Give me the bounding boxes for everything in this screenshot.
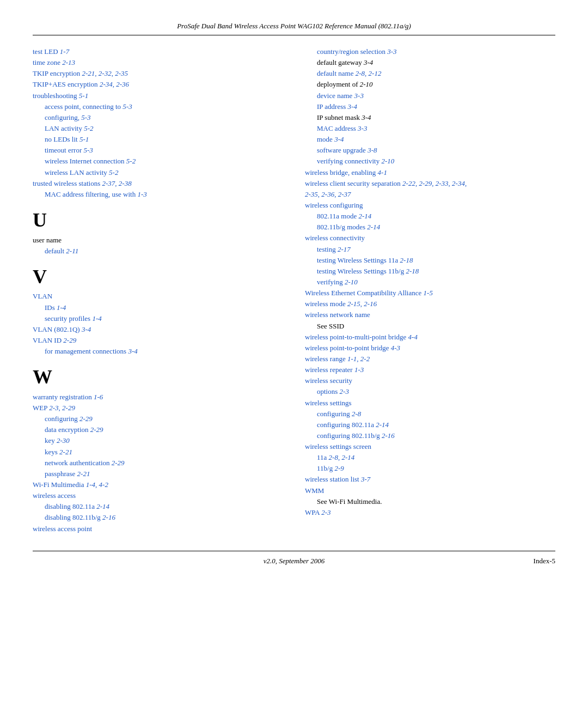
list-item: time zone 2-13 [33, 57, 283, 68]
list-item: TKIP encryption 2-21, 2-32, 2-35 [33, 68, 283, 79]
section-letter-u: U [33, 210, 283, 232]
list-item: wireless point-to-point bridge 4-3 [305, 343, 555, 354]
page-footer: v2.0, September 2006 Index-5 [33, 551, 555, 565]
list-item: wireless repeater 1-3 [305, 364, 555, 375]
list-item: wireless range 1-1, 2-2 [305, 354, 555, 364]
list-item: country/region selection 3-3 default gat… [305, 46, 555, 167]
list-item: wireless access point [33, 524, 283, 534]
list-item: wireless security options 2-3 [305, 375, 555, 397]
list-item: test LED 1-7 [33, 46, 283, 57]
left-column: test LED 1-7 time zone 2-13 TKIP encrypt… [33, 46, 283, 534]
list-item: Wi-Fi Multimedia 1-4, 4-2 [33, 479, 283, 490]
list-item: warranty registration 1-6 [33, 392, 283, 403]
list-item: wireless bridge, enabling 4-1 [305, 167, 555, 178]
right-column: country/region selection 3-3 default gat… [305, 46, 555, 534]
list-item: wireless station list 3-7 [305, 474, 555, 485]
list-item: wireless point-to-multi-point bridge 4-4 [305, 332, 555, 343]
list-item: wireless mode 2-15, 2-16 [305, 299, 555, 309]
list-item: troubleshooting 5-1 access point, connec… [33, 90, 283, 178]
list-item: wireless connectivity testing 2-17 testi… [305, 233, 555, 288]
list-item: Wireless Ethernet Compatibility Alliance… [305, 288, 555, 299]
list-item: wireless network name See SSID [305, 309, 555, 331]
list-item: VLAN IDs 1-4 security profiles 1-4 [33, 291, 283, 324]
list-item: wireless client security separation 2-22… [305, 178, 555, 200]
list-item: wireless settings screen 11a 2-8, 2-14 1… [305, 441, 555, 474]
section-letter-v: V [33, 266, 283, 288]
list-item: user name default 2-11 [33, 235, 283, 257]
footer-page: Index-5 [512, 557, 555, 565]
footer-version: v2.0, September 2006 [76, 557, 512, 565]
list-item: wireless configuring 802.11a mode 2-14 8… [305, 200, 555, 233]
page-header: ProSafe Dual Band Wireless Access Point … [33, 22, 555, 35]
section-letter-w: W [33, 367, 283, 388]
list-item: wireless access disabling 802.11a 2-14 d… [33, 490, 283, 523]
list-item: trusted wireless stations 2-37, 2-38 MAC… [33, 178, 283, 200]
list-item: VLAN (802.1Q) 3-4 [33, 324, 283, 335]
list-item: WPA 2-3 [305, 507, 555, 518]
list-item: wireless settings configuring 2-8 config… [305, 398, 555, 442]
list-item: WMM See Wi-Fi Multimedia. [305, 485, 555, 507]
list-item: VLAN ID 2-29 for management connections … [33, 335, 283, 357]
header-title: ProSafe Dual Band Wireless Access Point … [177, 22, 411, 30]
list-item: WEP 2-3, 2-29 configuring 2-29 data encr… [33, 403, 283, 479]
list-item: TKIP+AES encryption 2-34, 2-36 [33, 79, 283, 90]
